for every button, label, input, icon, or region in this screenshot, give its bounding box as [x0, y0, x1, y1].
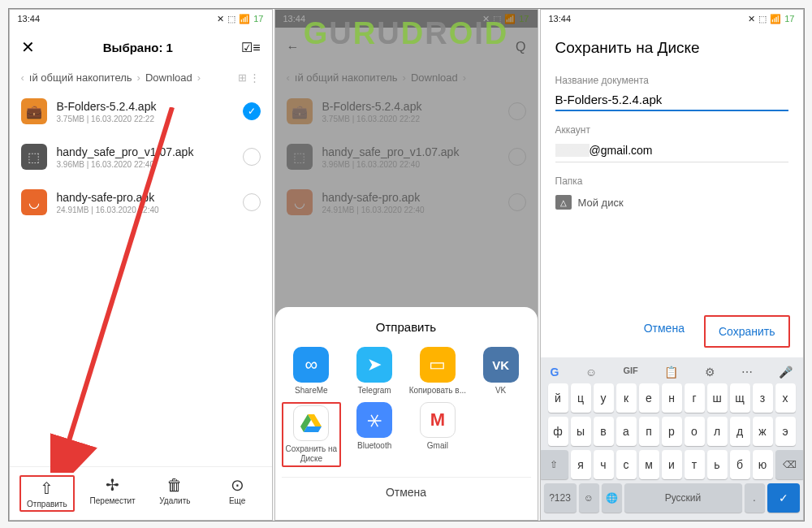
apk-icon: ⬚ [21, 144, 47, 170]
backspace-key[interactable]: ⌫ [775, 450, 804, 479]
file-row[interactable]: ◡ handy-safe-pro.apk24.91MB | 16.03.2020… [10, 180, 272, 225]
keyboard: G ☺ GIF 📋 ⚙ ⋯ 🎤 йцукенгшщзх фывапролджэ … [541, 357, 803, 520]
lang-key[interactable]: 🌐 [602, 483, 622, 513]
wifi-icon: ⬚ [227, 14, 235, 24]
key-п[interactable]: п [639, 417, 659, 446]
key-ш[interactable]: ш [707, 383, 728, 413]
app-bluetooth[interactable]: ⚹Bluetooth [344, 402, 404, 467]
key-р[interactable]: р [662, 417, 682, 446]
key-ф[interactable]: ф [548, 417, 568, 446]
key-з[interactable]: з [753, 383, 773, 413]
key-г[interactable]: г [685, 383, 705, 413]
save-button[interactable]: Сохранить [707, 318, 787, 344]
share-sheet: Отправить ∞ShareMe ➤Telegram ▭Копировать… [275, 307, 538, 520]
key-к[interactable]: к [616, 383, 637, 413]
mic-icon[interactable]: 🎤 [779, 366, 793, 379]
app-vk[interactable]: VKVK [471, 347, 531, 396]
key-б[interactable]: б [730, 450, 750, 479]
key-м[interactable]: м [639, 450, 659, 479]
apk-icon: ◡ [21, 189, 47, 215]
app-copy[interactable]: ▭Копировать в... [408, 347, 468, 396]
key-ю[interactable]: ю [753, 450, 773, 479]
key-а[interactable]: а [616, 417, 637, 446]
key-и[interactable]: и [662, 450, 682, 479]
emoji-key[interactable]: ☺ [579, 483, 599, 513]
dialog-title: Сохранить на Диске [541, 28, 803, 68]
key-ц[interactable]: ц [571, 383, 591, 413]
header: ✕ Выбрано: 1 ☑≡ [10, 28, 272, 67]
cancel-button[interactable]: Отмена [633, 315, 696, 348]
key-у[interactable]: у [594, 383, 614, 413]
sticker-icon[interactable]: ☺ [585, 366, 597, 379]
num-key[interactable]: ?123 [544, 483, 577, 513]
app-gmail[interactable]: MGmail [408, 402, 468, 467]
breadcrumb[interactable]: ‹ ıй общий накопитель› Download› ⊞ ⋮ [10, 67, 272, 89]
close-icon[interactable]: ✕ [21, 37, 35, 57]
cancel-button[interactable]: Отмена [282, 477, 531, 507]
more-button[interactable]: ⊙Еще [213, 475, 261, 512]
battery-icon: 17 [253, 14, 263, 24]
move-button[interactable]: ✢Переместит [89, 475, 137, 512]
clipboard-icon[interactable]: 📋 [664, 366, 678, 379]
dialog-buttons: Отмена Сохранить [541, 305, 803, 357]
vibrate-icon: ✕ [217, 14, 224, 24]
key-ж[interactable]: ж [753, 417, 773, 446]
sheet-title: Отправить [282, 320, 531, 334]
folder-field[interactable]: Папка △Мой диск [541, 169, 803, 221]
apk-icon: 💼 [21, 98, 47, 124]
key-н[interactable]: н [662, 383, 682, 413]
settings-icon[interactable]: ⚙ [705, 366, 715, 379]
key-ь[interactable]: ь [707, 450, 728, 479]
drive-icon: △ [555, 195, 572, 210]
checkbox[interactable] [243, 148, 261, 166]
doc-name-field[interactable]: Название документа B-Folders-5.2.4.apk [541, 68, 803, 118]
app-google-drive[interactable]: Сохранить на Диске [285, 405, 339, 464]
app-telegram[interactable]: ➤Telegram [344, 347, 404, 396]
app-shareme[interactable]: ∞ShareMe [282, 347, 342, 396]
period-key[interactable]: . [745, 483, 765, 513]
key-л[interactable]: л [707, 417, 728, 446]
file-list: 💼 B-Folders-5.2.4.apk3.75MB | 16.03.2020… [10, 89, 272, 466]
select-all-icon[interactable]: ☑≡ [241, 40, 260, 55]
status-bar: 13:44 ✕⬚📶17 [10, 10, 272, 28]
key-э[interactable]: э [775, 417, 796, 446]
more-icon[interactable]: ⋯ [741, 366, 753, 379]
screen-2-share-sheet: 13:44 ✕⬚📶17 ← Q ‹ıй общий накопитель›Dow… [274, 9, 538, 521]
screen-3-save-drive: 13:44 ✕⬚📶17 Сохранить на Диске Название … [540, 9, 804, 521]
gif-button[interactable]: GIF [624, 366, 638, 379]
key-в[interactable]: в [594, 417, 614, 446]
file-row[interactable]: 💼 B-Folders-5.2.4.apk3.75MB | 16.03.2020… [10, 89, 272, 134]
key-д[interactable]: д [730, 417, 750, 446]
screen-1-file-manager: 13:44 ✕⬚📶17 ✕ Выбрано: 1 ☑≡ ‹ ıй общий н… [9, 9, 273, 521]
key-о[interactable]: о [685, 417, 705, 446]
key-я[interactable]: я [571, 450, 591, 479]
signal-icon: 📶 [239, 14, 250, 24]
send-button[interactable]: ⇧Отправить [23, 478, 71, 509]
bottom-action-bar: ⇧Отправить ✢Переместит 🗑Удалить ⊙Еще [10, 466, 272, 520]
key-с[interactable]: с [616, 450, 637, 479]
key-й[interactable]: й [548, 383, 568, 413]
space-key[interactable]: Русский [624, 483, 742, 513]
google-icon[interactable]: G [551, 366, 559, 379]
key-х[interactable]: х [775, 383, 796, 413]
key-ы[interactable]: ы [571, 417, 591, 446]
shift-key[interactable]: ⇧ [540, 450, 568, 479]
enter-key[interactable]: ✓ [767, 483, 800, 513]
key-щ[interactable]: щ [730, 383, 750, 413]
checkbox[interactable] [243, 193, 261, 211]
delete-button[interactable]: 🗑Удалить [150, 475, 199, 512]
checkbox-checked[interactable]: ✓ [243, 102, 261, 120]
header-title: Выбрано: 1 [103, 41, 173, 54]
file-row[interactable]: ⬚ handy_safe_pro_v1.07.apk3.96MB | 16.03… [10, 134, 272, 180]
account-field[interactable]: Аккаунт xxxxxx@gmail.com [541, 118, 803, 169]
key-е[interactable]: е [639, 383, 659, 413]
key-ч[interactable]: ч [594, 450, 614, 479]
key-т[interactable]: т [685, 450, 705, 479]
status-bar: 13:44 ✕⬚📶17 [541, 10, 803, 28]
